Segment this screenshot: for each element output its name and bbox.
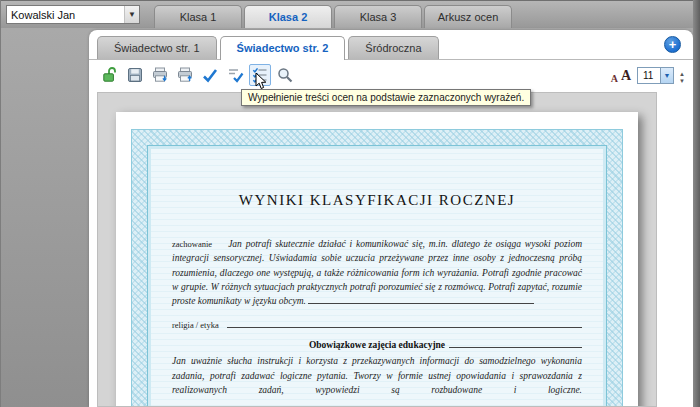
font-size-select[interactable]: 11 ▼ (637, 67, 674, 84)
subjects-heading: Obowiązkowe zajęcia edukacyjne (305, 340, 449, 350)
toolbar-tooltip: Wypełnienie treści ocen na podstawie zaz… (241, 89, 531, 106)
tab-arkusz-ocen[interactable]: Arkusz ocen (424, 5, 512, 28)
student-select[interactable]: Kowalski Jan ▼ (6, 5, 140, 24)
font-size-spinner[interactable]: ▲ ▼ (679, 71, 685, 84)
fill-line (227, 327, 582, 328)
tab-srodroczna[interactable]: Śródroczna (348, 36, 438, 59)
increase-font-icon[interactable]: A (621, 68, 631, 84)
toolbar: Wypełnienie treści ocen na podstawie zaz… (89, 60, 693, 90)
tab-klasa-3[interactable]: Klasa 3 (334, 5, 422, 28)
subjects-paragraph[interactable]: Jan uważnie słucha instrukcji i korzysta… (172, 354, 582, 407)
apply-check-icon[interactable] (199, 64, 221, 86)
class-tabs: Klasa 1 Klasa 2 Klasa 3 Arkusz ocen (154, 1, 514, 28)
window-edge (693, 0, 700, 407)
unlock-icon[interactable] (99, 64, 121, 86)
add-tab-button[interactable]: + (664, 36, 681, 53)
font-size-value: 11 (638, 68, 660, 83)
student-select-value: Kowalski Jan (7, 9, 124, 21)
fill-line (449, 347, 582, 348)
tab-swiadectwo-str-2[interactable]: Świadectwo str. 2 (220, 36, 346, 60)
behavior-paragraph[interactable]: zachowanieJan potrafi skutecznie działać… (172, 237, 582, 308)
spin-up-icon[interactable]: ▲ (679, 71, 685, 77)
chevron-down-icon[interactable]: ▼ (660, 68, 673, 83)
verify-check-icon[interactable] (224, 64, 246, 86)
behavior-label: zachowanie (172, 239, 228, 249)
tab-klasa-1[interactable]: Klasa 1 (154, 5, 242, 28)
main-panel: Świadectwo str. 1 Świadectwo str. 2 Śród… (89, 30, 693, 407)
religion-row: religia / etyka (172, 320, 582, 330)
subjects-text[interactable]: Jan uważnie słucha instrukcji i korzysta… (172, 356, 582, 395)
print-export-icon[interactable] (174, 64, 196, 86)
chevron-down-icon[interactable]: ▼ (124, 6, 139, 23)
subjects-heading-row: Obowiązkowe zajęcia edukacyjne (172, 340, 582, 350)
font-size-controls: A A 11 ▼ ▲ ▼ (611, 67, 685, 84)
spin-down-icon[interactable]: ▼ (679, 78, 685, 84)
preview-magnifier-icon[interactable] (274, 64, 296, 86)
fill-line (308, 296, 534, 304)
certificate-border: WYNIKI KLASYFIKACJI ROCZNEJ zachowanieJa… (131, 129, 623, 407)
decrease-font-icon[interactable]: A (611, 73, 618, 84)
tab-swiadectwo-str-1[interactable]: Świadectwo str. 1 (97, 36, 217, 59)
certificate-content: WYNIKI KLASYFIKACJI ROCZNEJ zachowanieJa… (147, 145, 607, 407)
religion-label: religia / etyka (172, 320, 219, 330)
document-tabs: Świadectwo str. 1 Świadectwo str. 2 Śród… (89, 30, 693, 60)
top-bar: Kowalski Jan ▼ Klasa 1 Klasa 2 Klasa 3 A… (1, 0, 700, 28)
save-icon[interactable] (124, 64, 146, 86)
document-viewport[interactable]: WYNIKI KLASYFIKACJI ROCZNEJ zachowanieJa… (97, 92, 657, 407)
certificate-title: WYNIKI KLASYFIKACJI ROCZNEJ (172, 192, 582, 209)
fill-line (172, 399, 443, 407)
tab-klasa-2[interactable]: Klasa 2 (244, 5, 332, 28)
print-icon[interactable] (149, 64, 171, 86)
fill-grades-icon[interactable] (249, 64, 271, 86)
certificate-page: WYNIKI KLASYFIKACJI ROCZNEJ zachowanieJa… (116, 112, 638, 407)
